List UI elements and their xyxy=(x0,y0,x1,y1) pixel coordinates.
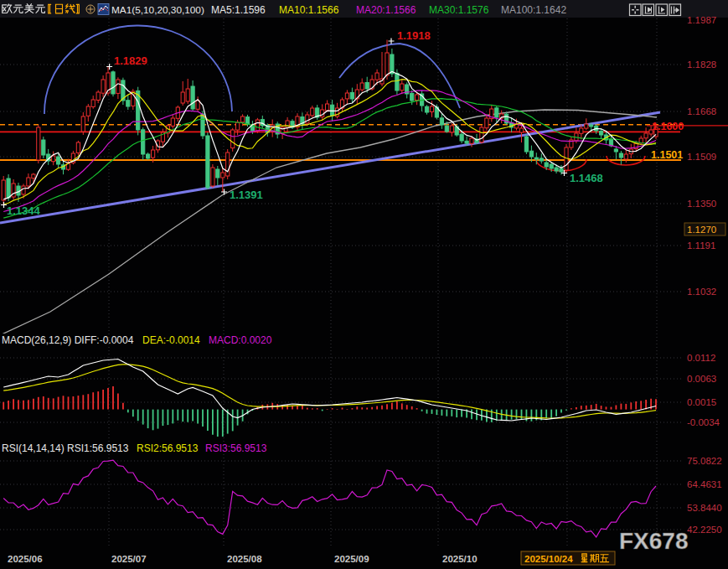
svg-text:1.1918: 1.1918 xyxy=(397,29,431,42)
svg-text:1.1829: 1.1829 xyxy=(114,54,147,67)
svg-text:2025/10/24: 2025/10/24 xyxy=(524,554,573,564)
svg-text:0.0015: 0.0015 xyxy=(687,397,716,407)
svg-text:1.1668: 1.1668 xyxy=(687,106,716,116)
svg-text:1.1270: 1.1270 xyxy=(687,225,716,235)
svg-text:2025/06: 2025/06 xyxy=(8,554,43,564)
svg-text:MACD:0.0020: MACD:0.0020 xyxy=(209,334,272,346)
svg-text:64.4631: 64.4631 xyxy=(687,479,722,489)
svg-text:2025/08: 2025/08 xyxy=(227,554,262,564)
svg-text:RSI(14,14,14) RSI1:56.9513: RSI(14,14,14) RSI1:56.9513 xyxy=(2,442,129,454)
svg-text:2025/07: 2025/07 xyxy=(111,554,147,564)
svg-text:1.1032: 1.1032 xyxy=(687,287,716,297)
svg-text:RSI2:56.9513: RSI2:56.9513 xyxy=(137,442,199,454)
svg-text:0.0063: 0.0063 xyxy=(687,374,716,384)
svg-text:MA10:1.1566: MA10:1.1566 xyxy=(279,4,339,16)
svg-text:2025/09: 2025/09 xyxy=(334,554,369,564)
svg-text:1.1987: 1.1987 xyxy=(687,15,716,25)
svg-text:MA20:1.1566: MA20:1.1566 xyxy=(356,4,416,16)
svg-text:1.1600: 1.1600 xyxy=(652,121,684,132)
svg-text:RSI3:56.9513: RSI3:56.9513 xyxy=(205,442,267,454)
svg-text:1.1191: 1.1191 xyxy=(687,241,715,251)
svg-text:75.0822: 75.0822 xyxy=(687,456,722,466)
svg-text:1.1509: 1.1509 xyxy=(687,152,716,162)
svg-text:-0.0034: -0.0034 xyxy=(687,417,720,427)
svg-text:MA100:1.1642: MA100:1.1642 xyxy=(501,4,566,16)
svg-text:2025/10: 2025/10 xyxy=(442,554,478,564)
svg-text:MA30:1.1576: MA30:1.1576 xyxy=(429,4,489,16)
svg-text:1.1501: 1.1501 xyxy=(651,149,683,161)
svg-text:1.1350: 1.1350 xyxy=(687,199,716,209)
svg-text:MA1(5,10,20,30,100): MA1(5,10,20,30,100) xyxy=(111,4,204,16)
svg-text:53.8440: 53.8440 xyxy=(687,503,722,513)
svg-text:42.2250: 42.2250 xyxy=(687,525,722,535)
svg-text:0.0112: 0.0112 xyxy=(687,353,715,363)
svg-text:FX678: FX678 xyxy=(619,528,689,554)
svg-text:1.1828: 1.1828 xyxy=(687,59,716,70)
svg-text:1.1391: 1.1391 xyxy=(230,189,263,201)
svg-text:DEA:-0.0014: DEA:-0.0014 xyxy=(142,334,200,346)
svg-text:MACD(26,12,9) DIFF:-0.0004: MACD(26,12,9) DIFF:-0.0004 xyxy=(2,334,134,346)
svg-text:MA5:1.1596: MA5:1.1596 xyxy=(211,4,266,16)
svg-text:1.1468: 1.1468 xyxy=(570,172,603,184)
svg-text:1.1344: 1.1344 xyxy=(7,204,41,217)
